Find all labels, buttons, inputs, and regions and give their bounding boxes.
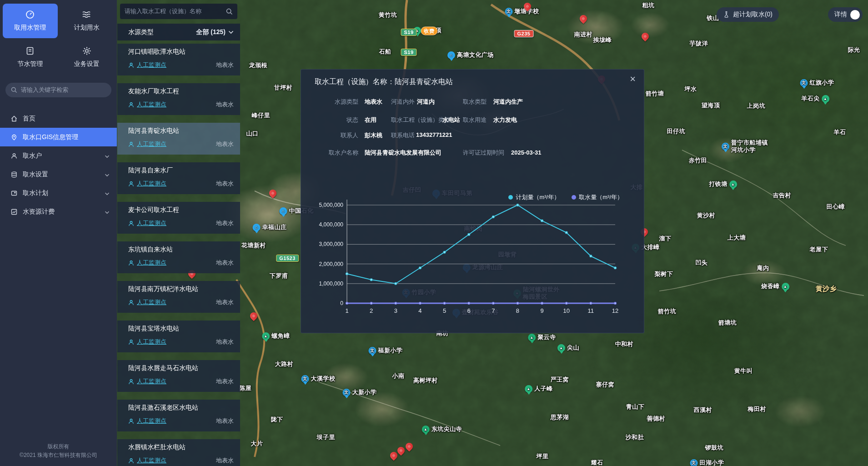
person-icon xyxy=(128,260,134,266)
map-label: 寨仔窝 xyxy=(596,381,615,389)
keyword-search-input[interactable]: 请输入关键字检索 xyxy=(5,83,111,97)
red-map-marker[interactable] xyxy=(396,446,406,456)
over-plan-intake-label: 超计划取水(0) xyxy=(733,10,773,19)
svg-text:1: 1 xyxy=(345,307,348,314)
red-map-marker[interactable] xyxy=(404,441,415,452)
monitor-type-link[interactable]: 人工监测点 xyxy=(137,259,166,267)
app-tile-0[interactable]: 取用水管理 xyxy=(3,4,58,38)
list-item-7[interactable]: 陆河县宝塔水电站人工监测点地表水 xyxy=(117,321,240,352)
monitor-type-link[interactable]: 人工监测点 xyxy=(137,298,166,306)
map-label: 挨垅峰 xyxy=(593,36,612,44)
legend-item[interactable]: 计划量（m³/年） xyxy=(508,193,560,201)
monitor-type-link[interactable]: 人工监测点 xyxy=(137,100,166,109)
detail-toggle-knob[interactable] xyxy=(850,10,860,20)
red-map-marker[interactable] xyxy=(268,188,278,199)
map-label-text: 高树坪村 xyxy=(413,376,438,385)
flask-icon xyxy=(723,11,730,18)
app-tile-3[interactable]: 业务设置 xyxy=(60,40,115,75)
list-item-9[interactable]: 陆河县激石溪老区水电站人工监测点地表水 xyxy=(117,400,240,431)
sidebar-item-2[interactable]: 取水户 xyxy=(0,146,117,165)
map-label-text: 善德村 xyxy=(647,415,666,423)
map-label-text: 箭竹坑 xyxy=(658,307,677,316)
list-item-5[interactable]: 东坑镇自来水站人工监测点地表水 xyxy=(117,241,240,273)
list-item-10[interactable]: 水唇镇水栏肚水电站人工监测点地表水 xyxy=(117,439,240,466)
map-label: 中和村 xyxy=(615,340,634,348)
home-icon xyxy=(11,115,17,122)
sidebar-item-5[interactable]: 水资源计费 xyxy=(0,202,117,221)
map-label-text: 大路村 xyxy=(275,360,294,368)
map-label: 箭竹坑 xyxy=(658,307,677,316)
intake-name: 陆河县水唇走马石水电站 xyxy=(128,364,234,372)
red-map-marker[interactable] xyxy=(640,31,651,42)
red-map-marker[interactable] xyxy=(578,14,589,24)
field-value: 彭木桃 xyxy=(365,131,382,140)
list-item-4[interactable]: 麦卡公司取水工程人工监测点地表水 xyxy=(117,202,240,234)
map-label-text: 赤竹田 xyxy=(689,156,707,165)
monitor-type-link[interactable]: 人工监测点 xyxy=(137,456,166,465)
map-label-text: 粗坑 xyxy=(642,1,655,10)
sidebar-item-0[interactable]: 首页 xyxy=(0,109,117,128)
app-tile-2[interactable]: 节水管理 xyxy=(3,40,58,75)
chart-svg: 01,000,0002,000,0003,000,0004,000,0005,0… xyxy=(306,190,637,326)
map-label-text: 箭竹塘 xyxy=(646,90,664,98)
list-item-8[interactable]: 陆河县水唇走马石水电站人工监测点地表水 xyxy=(117,360,240,392)
map-label-text: 打铁塘 xyxy=(709,180,728,188)
svg-text:7: 7 xyxy=(492,307,495,314)
map-label-text: 际光 xyxy=(848,46,860,54)
map-label: 西溪村 xyxy=(694,406,712,414)
chart-icon xyxy=(11,209,17,215)
card-icon xyxy=(11,190,17,196)
modal-title: 取水工程（设施）名称：陆河县青碇水电站 xyxy=(315,77,453,87)
close-icon[interactable]: × xyxy=(630,74,636,84)
list-item-0[interactable]: 河口镇唱歌潭水电站人工监测点地表水 xyxy=(117,44,240,75)
svg-text:10: 10 xyxy=(563,307,569,314)
svg-text:12: 12 xyxy=(612,307,618,314)
red-map-marker[interactable] xyxy=(249,311,259,321)
field-label: 取水用途 xyxy=(463,116,487,124)
copyright-line2: ©2021 珠海市仁智科技有限公司 xyxy=(0,451,117,460)
monitor-type-link[interactable]: 人工监测点 xyxy=(137,338,166,346)
field-label: 状态 xyxy=(308,116,358,124)
water-source-filter-row[interactable]: 水源类型 全部 (125) xyxy=(117,24,240,40)
list-item-1[interactable]: 友能水厂取水工程人工监测点地表水 xyxy=(117,83,240,115)
legend-item[interactable]: 取水量（m³/年） xyxy=(572,193,623,201)
gear-icon xyxy=(82,46,91,57)
map-label-text: 寨仔窝 xyxy=(596,381,615,389)
monitor-type-link[interactable]: 人工监测点 xyxy=(137,219,166,227)
over-plan-intake-pill[interactable]: 超计划取水(0) xyxy=(717,7,779,22)
monitor-type-link[interactable]: 人工监测点 xyxy=(137,180,166,188)
monitor-type-link[interactable]: 人工监测点 xyxy=(137,140,166,148)
monitor-type-link[interactable]: 人工监测点 xyxy=(137,417,166,425)
map-label: 上大塘 xyxy=(728,234,746,242)
water-source-type: 地表水 xyxy=(216,338,234,346)
sidebar-item-3[interactable]: 取水设置 xyxy=(0,165,117,184)
intake-search-input[interactable]: 请输入取水工程（设施）名称 xyxy=(120,4,237,19)
map-label-text: 陇下 xyxy=(271,416,283,424)
monitor-type-link[interactable]: 人工监测点 xyxy=(137,377,166,386)
map-label: ▲人子峰 xyxy=(525,385,553,393)
map-label-text: 黄沙乡 xyxy=(816,285,837,293)
map-label-text: 西溪村 xyxy=(694,406,712,414)
monitor-type-link[interactable]: 人工监测点 xyxy=(137,61,166,69)
filter-label: 水源类型 xyxy=(128,28,154,36)
search-icon[interactable] xyxy=(226,8,233,15)
sidebar-menu: 首页取水口GIS信息管理取水户取水设置取水计划水资源计费 xyxy=(0,109,117,221)
sidebar-item-4[interactable]: 取水计划 xyxy=(0,184,117,202)
temple-pin-icon: ▲ xyxy=(528,334,536,341)
mountain-pin-icon: ▲ xyxy=(262,332,270,340)
app-tile-1[interactable]: 计划用水 xyxy=(60,4,115,38)
sidebar-item-1[interactable]: 取水口GIS信息管理 xyxy=(0,128,117,146)
map-label-text: 人子峰 xyxy=(534,385,553,393)
list-item-3[interactable]: 陆河县自来水厂人工监测点地表水 xyxy=(117,162,240,194)
map-label: ▲尖山 xyxy=(557,344,579,352)
list-item-2[interactable]: 陆河县青碇水电站人工监测点地表水 xyxy=(117,123,240,155)
water-source-type: 地表水 xyxy=(216,219,234,227)
list-item-6[interactable]: 陆河县南万镇杞洋水电站人工监测点地表水 xyxy=(117,281,240,313)
filter-value-dropdown[interactable]: 全部 (125) xyxy=(196,28,234,36)
sidebar: 取用水管理计划用水节水管理业务设置 请输入关键字检索 首页取水口GIS信息管理取… xyxy=(0,0,117,466)
person-icon xyxy=(128,181,134,187)
detail-toggle-pill[interactable]: 详情 xyxy=(828,7,863,22)
map-label: 坪里 xyxy=(537,452,549,461)
map-label: 粗坑 xyxy=(642,1,655,10)
field-label: 联系电话 xyxy=(391,131,415,140)
